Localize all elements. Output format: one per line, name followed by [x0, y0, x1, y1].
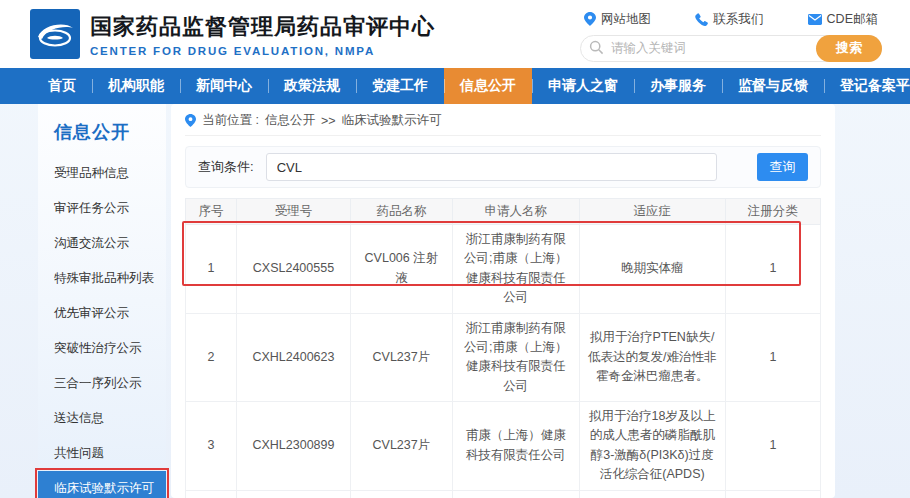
sidebar-item-review-tasks[interactable]: 审评任务公示 [38, 191, 166, 226]
cde-logo-icon [30, 9, 80, 59]
cell-drug-name: CVL237片 [351, 402, 453, 491]
brand-text: 国家药品监督管理局药品审评中心 CENTER FOR DRUG EVALUATI… [90, 12, 435, 57]
quick-links: 网站地图 联系我们 CDE邮箱 [580, 11, 882, 28]
cell-drug-name: CVL237片 [351, 490, 453, 498]
cell-seq: 1 [186, 225, 237, 314]
query-input[interactable] [266, 153, 718, 181]
sidebar: 信息公开 受理品种信息 审评任务公示 沟通交流公示 特殊审批品种列表 优先审评公… [38, 104, 166, 498]
cell-applicant: 浙江甫康制药有限公司;甫康（上海）健康科技有限责任公司 [452, 313, 579, 402]
search-icon [589, 40, 604, 55]
cell-applicant: 浙江甫康制药有限公司;甫康（上海）健康科技有限责任公司 [452, 225, 579, 314]
table-row-2[interactable]: 2 CXHL2400623 CVL237片 浙江甫康制药有限公司;甫康（上海）健… [186, 313, 821, 402]
cell-indication: 拟用于治疗PTEN缺失的晚期实体瘤患者 [579, 490, 725, 498]
col-acceptance-no: 受理号 [236, 199, 350, 225]
nav-item-functions[interactable]: 机构职能 [92, 68, 180, 104]
col-indication: 适应症 [579, 199, 725, 225]
sidebar-item-delivery-info[interactable]: 送达信息 [38, 401, 166, 436]
main-panel: 当前位置 : 信息公开 >> 临床试验默示许可 查询条件: 查询 序号 [171, 104, 835, 498]
results-table: 序号 受理号 药品名称 申请人名称 适应症 注册分类 1 CXSL2400555 [185, 198, 821, 498]
breadcrumb-current[interactable]: 临床试验默示许可 [342, 112, 442, 129]
table-header-row: 序号 受理号 药品名称 申请人名称 适应症 注册分类 [186, 199, 821, 225]
link-label: CDE邮箱 [827, 11, 878, 28]
col-applicant: 申请人名称 [452, 199, 579, 225]
sidebar-item-clinical-trial-implied-license[interactable]: 临床试验默示许可 [38, 471, 166, 498]
cell-seq: 2 [186, 313, 237, 402]
cell-reg-class: 1 [725, 402, 820, 491]
cell-seq: 4 [186, 490, 237, 498]
cell-acceptance-no: CXHL2400623 [236, 313, 350, 402]
link-label: 联系我们 [713, 11, 763, 28]
cell-acceptance-no: CXSL2400555 [236, 225, 350, 314]
sidebar-item-communication[interactable]: 沟通交流公示 [38, 226, 166, 261]
cell-indication: 拟用于治疗18岁及以上的成人患者的磷脂酰肌醇3-激酶δ(PI3Kδ)过度活化综合… [579, 402, 725, 491]
cell-drug-name: CVL006 注射液 [351, 225, 453, 314]
table-row-3[interactable]: 3 CXHL2300899 CVL237片 甫康（上海）健康科技有限责任公司 拟… [186, 402, 821, 491]
nav-item-registration-platform[interactable]: 登记备案平台 [824, 68, 910, 104]
nav-item-home[interactable]: 首页 [32, 68, 92, 104]
sidebar-item-accepted-products[interactable]: 受理品种信息 [38, 156, 166, 191]
breadcrumb-pin-icon [185, 114, 196, 127]
cell-seq: 3 [186, 402, 237, 491]
query-label: 查询条件: [198, 158, 254, 176]
main-nav: 首页 机构职能 新闻中心 政策法规 党建工作 信息公开 申请人之窗 办事服务 监… [0, 68, 910, 104]
location-pin-icon [584, 12, 596, 26]
cell-reg-class: 1 [725, 313, 820, 402]
cell-applicant: 甫康（上海）健康科技有限责任公司 [452, 402, 579, 491]
col-reg-class: 注册分类 [725, 199, 820, 225]
nav-item-news[interactable]: 新闻中心 [180, 68, 268, 104]
link-contact-us[interactable]: 联系我们 [695, 11, 763, 28]
link-cde-mailbox[interactable]: CDE邮箱 [808, 11, 878, 28]
breadcrumb-prefix: 当前位置 : [202, 112, 259, 129]
sidebar-item-three-in-one[interactable]: 三合一序列公示 [38, 366, 166, 401]
col-seq: 序号 [186, 199, 237, 225]
page: 国家药品监督管理局药品审评中心 CENTER FOR DRUG EVALUATI… [0, 0, 910, 498]
sidebar-item-common-issues[interactable]: 共性问题 [38, 436, 166, 471]
sidebar-title: 信息公开 [38, 120, 166, 144]
nav-item-supervision[interactable]: 监督与反馈 [722, 68, 824, 104]
search-button[interactable]: 搜索 [816, 35, 882, 62]
cell-indication: 拟用于治疗PTEN缺失/低表达的复发/难治性非霍奇金淋巴瘤患者。 [579, 313, 725, 402]
breadcrumb-section[interactable]: 信息公开 [265, 112, 315, 129]
nav-item-party[interactable]: 党建工作 [356, 68, 444, 104]
site-title: 国家药品监督管理局药品审评中心 [90, 12, 435, 42]
breadcrumb: 当前位置 : 信息公开 >> 临床试验默示许可 [185, 106, 821, 136]
query-bar: 查询条件: 查询 [185, 146, 821, 188]
sidebar-item-priority-review[interactable]: 优先审评公示 [38, 296, 166, 331]
cell-acceptance-no: CXHL2300803 [236, 490, 350, 498]
col-drug-name: 药品名称 [351, 199, 453, 225]
cell-indication: 晚期实体瘤 [579, 225, 725, 314]
cell-applicant: 浙江甫康制药有限公司;甫康（上海）健康科技有限责任公司 [452, 490, 579, 498]
nav-item-services[interactable]: 办事服务 [634, 68, 722, 104]
nav-item-info-disclosure[interactable]: 信息公开 [444, 68, 532, 104]
left-margin [0, 104, 38, 498]
table-row-4[interactable]: 4 CXHL2300803 CVL237片 浙江甫康制药有限公司;甫康（上海）健… [186, 490, 821, 498]
mail-icon [808, 14, 822, 25]
cell-reg-class: 1 [725, 490, 820, 498]
header-search: 搜索 [580, 35, 882, 62]
link-label: 网站地图 [601, 11, 651, 28]
results-table-wrap: 序号 受理号 药品名称 申请人名称 适应症 注册分类 1 CXSL2400555 [185, 198, 821, 498]
breadcrumb-separator: >> [321, 114, 336, 128]
nav-item-policies[interactable]: 政策法规 [268, 68, 356, 104]
cell-reg-class: 1 [725, 225, 820, 314]
nav-item-applicant-window[interactable]: 申请人之窗 [532, 68, 634, 104]
query-button[interactable]: 查询 [757, 153, 808, 181]
link-site-map[interactable]: 网站地图 [584, 11, 651, 28]
header-right: 网站地图 联系我们 CDE邮箱 搜索 [580, 7, 882, 62]
site-subtitle: CENTER FOR DRUG EVALUATION, NMPA [90, 45, 435, 57]
table-row-1[interactable]: 1 CXSL2400555 CVL006 注射液 浙江甫康制药有限公司;甫康（上… [186, 225, 821, 314]
site-header: 国家药品监督管理局药品审评中心 CENTER FOR DRUG EVALUATI… [0, 0, 910, 68]
cell-acceptance-no: CXHL2300899 [236, 402, 350, 491]
cell-drug-name: CVL237片 [351, 313, 453, 402]
phone-icon [695, 13, 708, 26]
sidebar-item-breakthrough-therapy[interactable]: 突破性治疗公示 [38, 331, 166, 366]
sidebar-item-special-approval[interactable]: 特殊审批品种列表 [38, 261, 166, 296]
content: 信息公开 受理品种信息 审评任务公示 沟通交流公示 特殊审批品种列表 优先审评公… [0, 104, 910, 498]
brand: 国家药品监督管理局药品审评中心 CENTER FOR DRUG EVALUATI… [30, 9, 435, 59]
